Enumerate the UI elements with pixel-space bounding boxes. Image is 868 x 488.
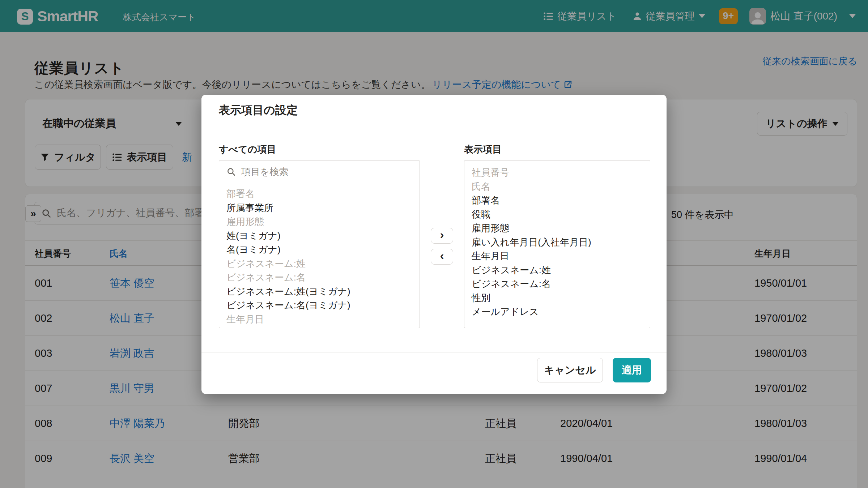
column-option[interactable]: ビジネスネーム:姓(ヨミガナ)	[226, 284, 420, 299]
move-left-button[interactable]: ‹	[431, 249, 453, 265]
column-option[interactable]: 性別	[472, 291, 650, 305]
column-option[interactable]: 生年月日	[472, 249, 650, 263]
column-option[interactable]: ビジネスネーム:姓	[472, 263, 650, 277]
column-option[interactable]: 雇用形態	[226, 215, 420, 229]
column-option[interactable]: 部署名	[472, 193, 650, 207]
all-items-label: すべての項目	[219, 143, 276, 156]
cancel-button[interactable]: キャンセル	[537, 358, 603, 382]
shown-items-list: 社員番号 氏名 部署名 役職 雇用形態 雇い入れ年月日(入社年月日) 生年月日 …	[464, 160, 650, 319]
shown-items-label: 表示項目	[464, 143, 502, 156]
item-search-field[interactable]	[219, 160, 420, 183]
column-option[interactable]: 雇用形態	[472, 221, 650, 235]
smarthr-app: S SmartHR 株式会社スマート 従業員リスト 従業員管理 9+	[0, 0, 868, 488]
column-option[interactable]: 性別	[226, 326, 420, 328]
all-items-box: 部署名 所属事業所 雇用形態 姓(ヨミガナ) 名(ヨミガナ) ビジネスネーム:姓…	[219, 160, 420, 328]
column-option[interactable]: メールアドレス	[472, 305, 650, 319]
column-option[interactable]: ビジネスネーム:名	[472, 277, 650, 291]
column-option[interactable]: 氏名	[472, 180, 650, 194]
modal-title: 表示項目の設定	[201, 95, 667, 126]
column-option[interactable]: 生年月日	[226, 312, 420, 326]
column-option[interactable]: 姓(ヨミガナ)	[226, 229, 420, 243]
column-option[interactable]: 部署名	[226, 187, 420, 201]
column-option[interactable]: ビジネスネーム:姓	[226, 257, 420, 271]
column-option[interactable]: ビジネスネーム:名(ヨミガナ)	[226, 298, 420, 312]
search-icon	[226, 167, 236, 176]
all-items-list: 部署名 所属事業所 雇用形態 姓(ヨミガナ) 名(ヨミガナ) ビジネスネーム:姓…	[219, 183, 420, 328]
apply-button[interactable]: 適用	[613, 358, 651, 382]
column-option[interactable]: 雇い入れ年月日(入社年月日)	[472, 235, 650, 249]
column-settings-modal: 表示項目の設定 すべての項目 表示項目 部署名 所属事業所 雇用形態 姓(ヨミガ…	[201, 95, 667, 394]
column-option[interactable]: ビジネスネーム:名	[226, 270, 420, 284]
column-option[interactable]: 社員番号	[472, 166, 650, 180]
move-right-button[interactable]: ›	[431, 228, 453, 244]
column-option[interactable]: 所属事業所	[226, 201, 420, 215]
shown-items-box: 社員番号 氏名 部署名 役職 雇用形態 雇い入れ年月日(入社年月日) 生年月日 …	[464, 160, 650, 328]
item-search-input[interactable]	[241, 166, 412, 178]
column-option[interactable]: 役職	[472, 207, 650, 222]
modal-footer-divider	[201, 352, 667, 352]
column-option[interactable]: 名(ヨミガナ)	[226, 243, 420, 257]
